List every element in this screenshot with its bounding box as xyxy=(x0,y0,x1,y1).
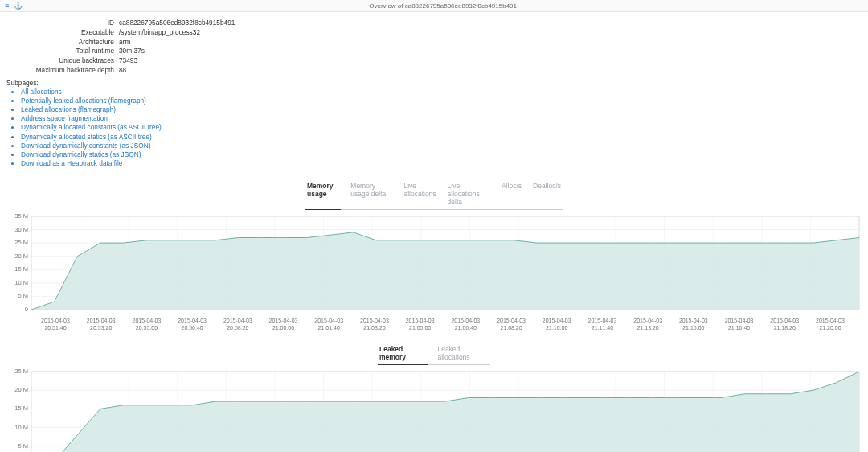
tab-dealloc-s[interactable]: Dealloc/s xyxy=(531,179,563,210)
meta-value-id: ca88226795a506ed8932f8cb4915b491 xyxy=(119,18,235,27)
xaxis-tick: 2015-04-0320:51:40 xyxy=(33,318,78,331)
meta-label-id: ID xyxy=(6,18,119,27)
xaxis-tick: 2015-04-0320:55:00 xyxy=(124,318,169,331)
svg-text:15 M: 15 M xyxy=(14,405,28,413)
xaxis-tick: 2015-04-0321:06:40 xyxy=(443,318,488,331)
svg-text:25 M: 25 M xyxy=(14,368,28,375)
subpage-link[interactable]: Leaked allocations (flamegraph) xyxy=(21,105,116,113)
xaxis-tick: 2015-04-0321:13:20 xyxy=(625,318,670,331)
xaxis-tick: 2015-04-0321:08:20 xyxy=(489,318,534,331)
svg-text:20 M: 20 M xyxy=(14,253,28,260)
svg-text:30 M: 30 M xyxy=(14,226,28,233)
meta-label-backtraces: Unique backtraces xyxy=(6,56,119,65)
subpage-item: Dynamically allocated statics (as ASCII … xyxy=(21,133,868,142)
subpage-link[interactable]: Potentially leaked allocations (flamegra… xyxy=(21,97,146,105)
topbar: ≡ ⚓ Overview of ca88226795a506ed8932f8cb… xyxy=(0,0,868,12)
subpage-link[interactable]: Download as a Heaptrack data file xyxy=(21,159,122,167)
xaxis-tick: 2015-04-0321:15:00 xyxy=(671,318,716,331)
tab-leaked-memory[interactable]: Leaked memory xyxy=(378,343,428,365)
meta-label-depth: Maximum backtrace depth xyxy=(6,66,119,75)
chart-leaked-memory: 05 M10 M15 M20 M25 M 2015-04-0320:51:402… xyxy=(4,368,864,452)
subpage-item: Download as a Heaptrack data file xyxy=(21,159,868,168)
tab-alloc-s[interactable]: Alloc/s xyxy=(500,179,523,210)
xaxis-tick: 2015-04-0320:53:20 xyxy=(79,318,124,331)
menu-icon[interactable]: ≡ xyxy=(5,2,9,10)
subpage-item: Dynamically allocated constants (as ASCI… xyxy=(21,123,868,132)
tab-live-allocations[interactable]: Live allocations xyxy=(402,179,437,210)
subpage-item: Address space fragmentation xyxy=(21,114,868,123)
meta-value-depth: 88 xyxy=(119,66,126,75)
subpage-link[interactable]: Dynamically allocated constants (as ASCI… xyxy=(21,123,162,131)
tab-memory-usage-delta[interactable]: Memory usage delta xyxy=(349,179,394,210)
subpage-item: Potentially leaked allocations (flamegra… xyxy=(21,97,868,105)
xaxis-tick: 2015-04-0320:56:40 xyxy=(170,318,215,331)
meta-value-architecture: arm xyxy=(119,38,130,47)
subpage-link[interactable]: All allocations xyxy=(21,88,62,96)
meta-label-executable: Executable xyxy=(6,28,119,37)
tab-live-allocations-delta[interactable]: Live allocations delta xyxy=(446,179,492,210)
subpage-item: Leaked allocations (flamegraph) xyxy=(21,105,868,114)
svg-text:10 M: 10 M xyxy=(14,424,28,431)
subpage-link[interactable]: Download dynamically statics (as JSON) xyxy=(21,150,141,158)
xaxis-tick: 2015-04-0321:01:40 xyxy=(306,318,351,331)
svg-text:5 M: 5 M xyxy=(18,293,28,300)
svg-text:15 M: 15 M xyxy=(14,266,28,273)
subpage-item: All allocations xyxy=(21,88,868,97)
anchor-icon[interactable]: ⚓ xyxy=(14,2,23,10)
subpages-heading: Subpages: xyxy=(0,77,868,88)
xaxis-tick: 2015-04-0321:00:00 xyxy=(261,318,306,331)
svg-text:10 M: 10 M xyxy=(14,279,28,286)
xaxis-tick: 2015-04-0321:10:00 xyxy=(534,318,579,331)
subpage-link[interactable]: Download dynamically constants (as JSON) xyxy=(21,142,150,150)
svg-text:5 M: 5 M xyxy=(18,442,28,450)
subpage-item: Download dynamically statics (as JSON) xyxy=(21,150,868,159)
svg-text:20 M: 20 M xyxy=(14,386,28,393)
page-title: Overview of ca88226795a506ed8932f8cb4915… xyxy=(23,2,863,10)
metadata-section: IDca88226795a506ed8932f8cb4915b491 Execu… xyxy=(0,12,868,77)
meta-value-runtime: 30m 37s xyxy=(119,47,145,55)
xaxis-tick: 2015-04-0321:05:00 xyxy=(398,318,443,331)
meta-value-executable: /system/bin/app_process32 xyxy=(119,28,200,37)
meta-label-architecture: Architecture xyxy=(6,38,119,47)
tab-memory-usage[interactable]: Memory usage xyxy=(305,179,341,210)
xaxis-tick: 2015-04-0321:18:20 xyxy=(762,318,807,331)
tabs-leaked: Leaked memoryLeaked allocations xyxy=(378,343,490,365)
meta-value-backtraces: 73493 xyxy=(119,56,137,65)
subpage-link[interactable]: Dynamically allocated statics (as ASCII … xyxy=(21,133,152,141)
meta-label-runtime: Total runtime xyxy=(6,47,119,55)
svg-text:35 M: 35 M xyxy=(14,213,28,220)
chart-memory-usage: 05 M10 M15 M20 M25 M30 M35 M 2015-04-032… xyxy=(4,213,864,331)
tab-leaked-allocations[interactable]: Leaked allocations xyxy=(436,343,490,365)
xaxis-tick: 2015-04-0321:11:40 xyxy=(579,318,624,331)
xaxis-tick: 2015-04-0321:20:00 xyxy=(808,318,853,331)
svg-text:25 M: 25 M xyxy=(14,240,28,247)
svg-text:0: 0 xyxy=(25,306,28,313)
subpage-link[interactable]: Address space fragmentation xyxy=(21,114,108,122)
xaxis-tick: 2015-04-0321:16:40 xyxy=(717,318,762,331)
subpage-item: Download dynamically constants (as JSON) xyxy=(21,142,868,150)
subpages-list: All allocationsPotentially leaked alloca… xyxy=(0,88,868,169)
xaxis-tick: 2015-04-0321:03:20 xyxy=(352,318,397,331)
xaxis-tick: 2015-04-0320:58:20 xyxy=(215,318,260,331)
tabs-memory: Memory usageMemory usage deltaLive alloc… xyxy=(305,179,563,210)
